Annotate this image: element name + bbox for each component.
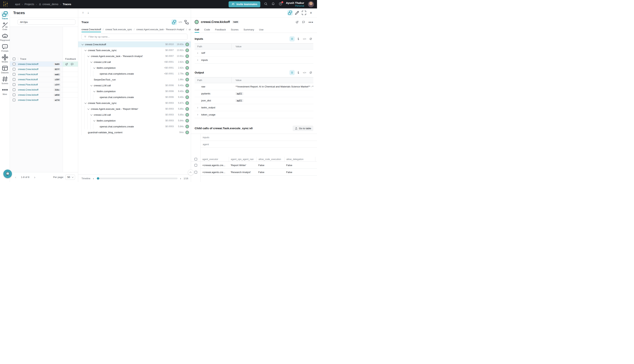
timeline-slider[interactable] xyxy=(97,178,178,179)
tab-use[interactable]: Use xyxy=(259,26,263,32)
row-checkbox[interactable] xyxy=(13,73,16,76)
fullscreen-icon[interactable] xyxy=(301,10,307,16)
span-tree-row[interactable]: openai.chat.completions.create$0.00069.4… xyxy=(78,94,191,100)
child-call-row[interactable]: <crewai.agents.cre...'Report Writer'Fals… xyxy=(191,162,317,168)
chevron-down-icon[interactable] xyxy=(90,114,92,116)
go-to-table-button[interactable]: Go to table xyxy=(292,126,313,131)
trace-tab[interactable]: crewai.Agent.execute_task - 'Research An… xyxy=(136,28,185,32)
code-view-icon[interactable]: </> xyxy=(178,20,183,25)
chevron-down-icon[interactable] xyxy=(84,102,86,104)
invite-teammates-button[interactable]: Invite teammates xyxy=(229,1,260,7)
ops-filter-select[interactable]: All Ops xyxy=(18,19,75,25)
add-emoji-icon[interactable] xyxy=(295,20,299,24)
avatar[interactable] xyxy=(308,1,314,7)
trace-row[interactable]: crewai.Crew.kickoff657f xyxy=(10,66,78,72)
sidebar-item-evals[interactable]: Evals xyxy=(0,21,10,32)
tab-summary[interactable]: Summary xyxy=(243,26,254,32)
row-checkbox[interactable] xyxy=(13,68,16,70)
span-tree-row[interactable]: openai.chat.completions.create$0.00035.8… xyxy=(78,124,191,130)
code-view-icon[interactable]: </> xyxy=(302,36,307,42)
tree-view-icon[interactable] xyxy=(171,20,177,25)
trace-row[interactable]: crewai.Crew.kickoff316c xyxy=(10,87,78,92)
add-emoji-icon[interactable] xyxy=(65,63,68,66)
trace-tab[interactable]: crewai.Crew.kickoff xyxy=(82,28,101,32)
chevron-down-icon[interactable] xyxy=(93,66,95,68)
span-tree-row[interactable]: openai.chat.completions.create<$0.00012.… xyxy=(78,71,191,76)
trace-row[interactable]: crewai.Crew.kickoff9d89 xyxy=(10,62,78,66)
span-tree-row[interactable]: crewai.LLM.call$0.00035.85s xyxy=(78,112,191,118)
help-icon[interactable] xyxy=(279,2,282,6)
trace-link[interactable]: crewai.Crew.kickoff xyxy=(18,94,38,96)
row-checkbox[interactable] xyxy=(13,63,16,66)
trace-row[interactable]: crewai.Crew.kickoffe058 xyxy=(10,92,78,97)
user-menu[interactable]: Ayush Thakur Personal xyxy=(286,1,304,7)
child-call-row[interactable]: <crewai.agents.cre...'Research Analyst'F… xyxy=(191,168,317,176)
row-checkbox[interactable] xyxy=(194,171,197,174)
span-tree-row[interactable]: SerperDevTool._run1.66s xyxy=(78,76,191,82)
chevron-down-icon[interactable] xyxy=(87,108,89,110)
tab-code[interactable]: Code xyxy=(204,26,210,32)
trace-row[interactable]: crewai.Flow.kickoffc5ff xyxy=(10,82,78,87)
trace-link[interactable]: crewai.Crew.kickoff xyxy=(18,63,38,66)
prev-page-icon[interactable]: ‹ xyxy=(15,175,16,179)
select-all-checkbox[interactable] xyxy=(194,158,197,160)
edit-icon[interactable] xyxy=(294,10,300,16)
expand-rows-icon[interactable] xyxy=(296,70,301,75)
trace-row[interactable]: crewai.Crew.kickoffa17d xyxy=(10,97,78,102)
more-options-icon[interactable]: ●●● xyxy=(308,21,313,24)
trace-link[interactable]: crewai.Flow.kickoff xyxy=(18,83,38,86)
hide-values-icon[interactable] xyxy=(308,36,313,42)
trace-id-badge[interactable]: a17d xyxy=(54,98,61,102)
column-header-allow_code_execution[interactable]: allow_code_execution xyxy=(256,157,284,162)
trace-tab[interactable]: crewai.LLM.cal xyxy=(189,28,191,32)
prev-trace-icon[interactable]: ↑ xyxy=(82,11,84,15)
span-tree-row[interactable]: crewai.LLM.call$0.00069.40s xyxy=(78,82,191,88)
trace-row[interactable]: crewai.Flow.kickoffeab1 xyxy=(10,72,78,77)
chevron-down-icon[interactable] xyxy=(93,90,95,92)
trace-link[interactable]: crewai.Crew.kickoff xyxy=(18,88,38,91)
timeline-prev-icon[interactable]: ‹ xyxy=(93,177,94,180)
support-chat-button[interactable] xyxy=(3,170,12,178)
trace-id-badge[interactable]: 657f xyxy=(54,68,61,71)
trace-id-badge[interactable]: 9d89 xyxy=(54,63,61,66)
sidebar-item-more[interactable]: More xyxy=(0,86,10,97)
trace-link[interactable]: crewai.Crew.kickoff xyxy=(18,98,38,101)
collapse-panel-button[interactable] xyxy=(188,170,194,176)
row-checkbox[interactable] xyxy=(13,88,16,91)
sidebar-item-traces[interactable]: Traces xyxy=(0,10,10,21)
code-view-icon[interactable]: </> xyxy=(302,70,307,75)
add-comment-icon[interactable] xyxy=(71,63,74,66)
chevron-down-icon[interactable] xyxy=(84,49,86,51)
trace-link[interactable]: crewai.Crew.kickoff xyxy=(18,68,38,70)
notifications-bell-icon[interactable] xyxy=(271,2,275,6)
trace-row[interactable]: crewai.Flow.kickoffc59f xyxy=(10,77,78,82)
row-checkbox[interactable] xyxy=(13,98,16,101)
trace-id-badge[interactable]: eab1 xyxy=(54,73,61,76)
flame-graph-view-icon[interactable] xyxy=(184,20,189,25)
search-icon[interactable] xyxy=(264,2,268,6)
wandb-logo[interactable] xyxy=(3,1,9,7)
column-header-agent_executor[interactable]: agent_executor xyxy=(200,157,229,162)
tab-call[interactable]: Call xyxy=(195,26,199,32)
trace-id-badge[interactable]: 316c xyxy=(54,88,61,91)
expand-rows-icon[interactable] xyxy=(296,36,301,42)
span-tree-row[interactable]: crewai.Task.execute_sync$0.00035.87s xyxy=(78,100,191,106)
timeline-next-icon[interactable]: › xyxy=(180,177,181,180)
select-all-checkbox[interactable] xyxy=(13,58,16,60)
row-checkbox[interactable] xyxy=(194,164,197,166)
expand-icon[interactable]: › xyxy=(197,113,201,116)
next-trace-icon[interactable]: ↓ xyxy=(88,11,89,15)
sidebar-item-models[interactable]: Models xyxy=(0,54,10,64)
column-header-b[interactable]: b xyxy=(315,157,317,162)
chevron-down-icon[interactable] xyxy=(93,119,95,121)
next-page-icon[interactable]: › xyxy=(34,175,35,179)
list-view-icon[interactable] xyxy=(289,36,295,42)
trace-link[interactable]: crewai.Flow.kickoff xyxy=(18,73,38,76)
trace-view-icon[interactable] xyxy=(287,10,293,16)
trace-link[interactable]: crewai.Flow.kickoff xyxy=(18,78,38,81)
close-icon[interactable]: ✕ xyxy=(308,10,314,16)
span-tree-row[interactable]: litellm.completion$0.00035.84s xyxy=(78,118,191,124)
row-checkbox[interactable] xyxy=(13,94,16,96)
breadcrumb-item-Traces[interactable]: Traces xyxy=(63,3,71,6)
span-tree-row[interactable]: crewai.Task.execute_sync$0.000713.92s xyxy=(78,47,191,53)
